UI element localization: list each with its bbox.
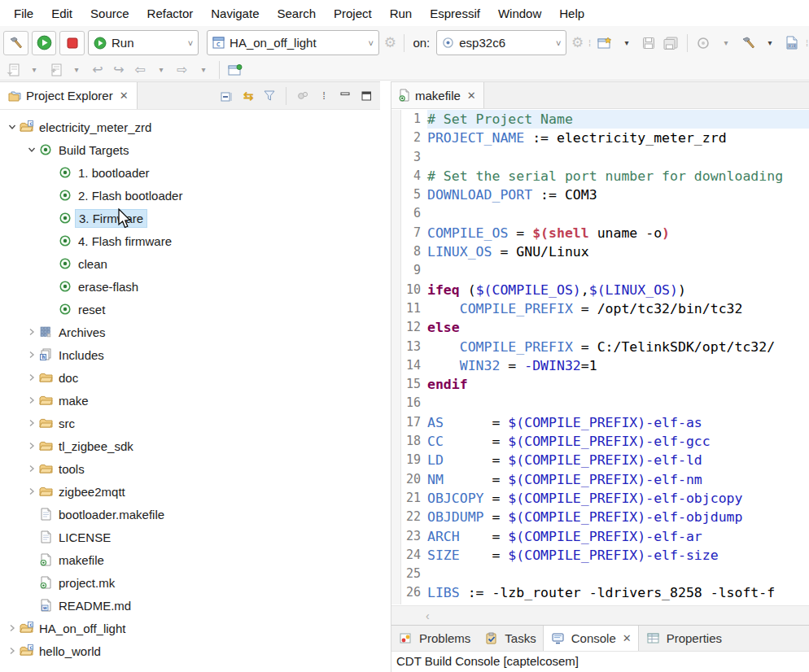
- editor-line-18[interactable]: 18CC = $(COMPILE_PREFIX)-elf-gcc: [401, 432, 809, 451]
- new-launch-target-icon[interactable]: [597, 35, 613, 51]
- menu-search[interactable]: Search: [268, 3, 325, 24]
- tree-item-3-firmware[interactable]: 3. Firmware: [0, 207, 380, 229]
- close-icon[interactable]: ✕: [621, 632, 632, 644]
- editor-line-11[interactable]: 11 COMPILE_PREFIX = /opt/tc32/bin/tc32: [401, 299, 809, 318]
- editor-line-26[interactable]: 26LIBS := -lzb_router -ldrivers_8258 -ls…: [401, 583, 809, 602]
- binary-file-icon[interactable]: 010: [784, 35, 800, 51]
- tab-properties[interactable]: Properties: [639, 626, 728, 651]
- menu-source[interactable]: Source: [81, 3, 138, 24]
- link-with-editor-icon[interactable]: ⇆: [241, 89, 256, 103]
- chevron-right-icon[interactable]: [24, 417, 39, 430]
- chevron-right-icon[interactable]: [24, 439, 39, 452]
- launch-config-gear-icon[interactable]: ⚙: [383, 35, 398, 51]
- dropdown-gray-icon[interactable]: ▾: [195, 62, 212, 78]
- tree-item-4-flash-firmware[interactable]: 4. Flash firmware: [0, 229, 380, 252]
- editor-line-6[interactable]: 6: [401, 204, 809, 223]
- editor-line-3[interactable]: 3: [401, 148, 809, 167]
- editor-line-10[interactable]: 10ifeq ($(COMPILE_OS),$(LINUX_OS)): [401, 281, 809, 299]
- tree-item-hello-world[interactable]: chello_world: [0, 639, 380, 662]
- build-hammer-button[interactable]: [3, 31, 28, 55]
- back-icon[interactable]: ⇦: [132, 62, 148, 78]
- tree-item-reset[interactable]: reset: [0, 298, 380, 321]
- chevron-right-icon[interactable]: [24, 371, 39, 384]
- editor-line-14[interactable]: 14 WIN32 = -DWIN32=1: [401, 356, 809, 375]
- forward-icon[interactable]: ⇨: [174, 62, 190, 78]
- editor-line-21[interactable]: 21OBJCOPY = $(COMPILE_PREFIX)-elf-objcop…: [401, 489, 809, 508]
- tab-console[interactable]: Console✕: [543, 626, 639, 651]
- menu-window[interactable]: Window: [489, 3, 550, 24]
- tree-item-makefile[interactable]: makefile: [0, 548, 380, 571]
- menu-project[interactable]: Project: [325, 3, 381, 24]
- tree-item-build-targets[interactable]: Build Targets: [0, 138, 380, 161]
- tree-item-erase-flash[interactable]: erase-flash: [0, 275, 380, 298]
- editor-line-24[interactable]: 24SIZE = $(COMPILE_PREFIX)-elf-size: [401, 546, 809, 565]
- editor-line-9[interactable]: 9: [401, 261, 809, 280]
- editor-line-7[interactable]: 7COMPILE_OS = $(shell uname -o): [401, 224, 809, 242]
- tree-item-readme-md[interactable]: wREADME.md: [0, 594, 380, 617]
- horizontal-scrollbar[interactable]: ‹: [391, 605, 809, 625]
- editor-line-23[interactable]: 23ARCH = $(COMPILE_PREFIX)-elf-ar: [401, 527, 809, 546]
- editor-line-5[interactable]: 5DOWNLOAD_PORT := COM3: [401, 185, 809, 204]
- chevron-down-icon[interactable]: [24, 143, 39, 156]
- chevron-down-icon[interactable]: [5, 120, 20, 133]
- target-combo[interactable]: esp32c6 ˅: [436, 30, 566, 55]
- tab-tasks[interactable]: Tasks: [477, 626, 542, 651]
- tree-item-make[interactable]: make: [0, 389, 380, 412]
- editor-line-13[interactable]: 13 COMPILE_PREFIX = C:/TelinkSDK/opt/tc3…: [401, 338, 809, 356]
- editor-line-4[interactable]: 4# Set the serial port number for downlo…: [401, 167, 809, 185]
- tree-item-archives[interactable]: Archives: [0, 321, 380, 343]
- menu-navigate[interactable]: Navigate: [202, 3, 268, 24]
- chevron-right-icon[interactable]: [24, 394, 39, 407]
- editor-line-8[interactable]: 8LINUX_OS = GNU/Linux: [401, 242, 809, 261]
- dropdown-icon[interactable]: ▾: [619, 35, 635, 51]
- editor-line-20[interactable]: 20NM = $(COMPILE_PREFIX)-elf-nm: [401, 470, 809, 489]
- tree-item-electricity-meter-zrd[interactable]: celectricity_meter_zrd: [0, 116, 380, 138]
- menu-file[interactable]: File: [5, 3, 42, 24]
- view-menu-icon[interactable]: ⁞: [317, 89, 331, 103]
- chevron-right-icon[interactable]: [5, 644, 20, 657]
- stop-button[interactable]: [59, 31, 85, 55]
- chevron-right-icon[interactable]: [5, 622, 20, 635]
- editor-line-16[interactable]: 16: [401, 394, 809, 412]
- launch-config-combo[interactable]: c HA_on_off_light ˅: [207, 30, 379, 55]
- tree-item-2-flash-bootloader[interactable]: 2. Flash bootloader: [0, 184, 380, 207]
- pane-splitter[interactable]: [380, 81, 391, 672]
- chevron-right-icon[interactable]: [24, 485, 39, 498]
- build-all-icon[interactable]: [740, 35, 756, 51]
- menu-help[interactable]: Help: [550, 3, 593, 24]
- last-edit-back-icon[interactable]: ↩: [90, 62, 106, 78]
- save-all-icon[interactable]: [663, 35, 679, 51]
- chevron-right-icon[interactable]: [24, 348, 39, 361]
- tree-item-bootloader-makefile[interactable]: bootloader.makefile: [0, 503, 380, 526]
- filter-icon[interactable]: [262, 89, 277, 103]
- export-icon[interactable]: [47, 62, 63, 78]
- minimize-icon[interactable]: [338, 89, 352, 103]
- editor-line-17[interactable]: 17AS = $(COMPILE_PREFIX)-elf-as: [401, 413, 809, 432]
- last-edit-forward-icon[interactable]: ↪: [111, 62, 127, 78]
- tree-item-includes[interactable]: hIncludes: [0, 343, 380, 366]
- tree-item-src[interactable]: src: [0, 412, 380, 434]
- editor-line-2[interactable]: 2PROJECT_NAME := electricity_meter_zrd: [401, 129, 809, 147]
- menu-run[interactable]: Run: [381, 3, 422, 24]
- chevron-right-icon[interactable]: [24, 325, 39, 338]
- maximize-icon[interactable]: [359, 89, 374, 103]
- dropdown-icon[interactable]: ▾: [762, 35, 778, 51]
- close-icon[interactable]: ✕: [466, 89, 476, 102]
- tree-item-zigbee2mqtt[interactable]: zigbee2mqtt: [0, 480, 380, 503]
- editor-body[interactable]: 1# Set Project Name2PROJECT_NAME := elec…: [391, 110, 809, 604]
- target-gear-icon[interactable]: ⚙: [570, 35, 585, 51]
- tree-item-tools[interactable]: tools: [0, 457, 380, 480]
- tree-item-license[interactable]: LICENSE: [0, 526, 380, 548]
- editor-line-1[interactable]: 1# Set Project Name: [401, 110, 809, 129]
- tree-item-doc[interactable]: doc: [0, 366, 380, 389]
- menu-refactor[interactable]: Refactor: [138, 3, 203, 24]
- dropdown-gray-icon[interactable]: ▾: [26, 62, 42, 78]
- dropdown-gray-icon[interactable]: ▾: [718, 35, 734, 51]
- menu-edit[interactable]: Edit: [42, 3, 81, 24]
- code-area[interactable]: 1# Set Project Name2PROJECT_NAME := elec…: [401, 110, 809, 604]
- tab-problems[interactable]: Problems: [391, 626, 477, 651]
- focus-on-active-task-icon[interactable]: [295, 89, 310, 103]
- dropdown-gray-icon[interactable]: ▾: [68, 62, 85, 78]
- close-icon[interactable]: ✕: [118, 89, 129, 102]
- tree-item-tl-zigbee-sdk[interactable]: tl_zigbee_sdk: [0, 434, 380, 457]
